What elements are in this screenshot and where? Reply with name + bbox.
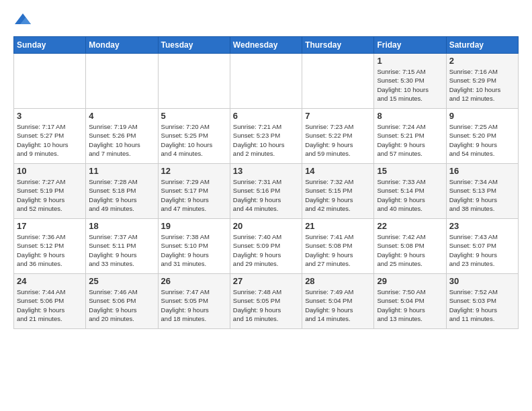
day-cell: 24Sunrise: 7:44 AM Sunset: 5:06 PM Dayli…	[14, 274, 86, 329]
day-cell: 6Sunrise: 7:21 AM Sunset: 5:23 PM Daylig…	[230, 109, 302, 164]
day-cell: 10Sunrise: 7:27 AM Sunset: 5:19 PM Dayli…	[14, 164, 86, 219]
day-cell: 18Sunrise: 7:37 AM Sunset: 5:11 PM Dayli…	[86, 219, 158, 274]
day-number: 21	[305, 221, 371, 231]
day-cell: 9Sunrise: 7:25 AM Sunset: 5:20 PM Daylig…	[446, 109, 518, 164]
day-info: Sunrise: 7:29 AM Sunset: 5:17 PM Dayligh…	[161, 177, 227, 213]
day-number: 5	[161, 111, 227, 121]
day-number: 13	[233, 166, 299, 176]
day-number: 3	[17, 111, 83, 121]
day-header-sunday: Sunday	[14, 37, 86, 54]
day-number: 2	[449, 56, 515, 66]
day-cell: 2Sunrise: 7:16 AM Sunset: 5:29 PM Daylig…	[446, 54, 518, 109]
day-number: 1	[377, 56, 443, 66]
day-number: 14	[305, 166, 371, 176]
day-number: 17	[17, 221, 83, 231]
day-cell: 14Sunrise: 7:32 AM Sunset: 5:15 PM Dayli…	[302, 164, 374, 219]
day-cell: 16Sunrise: 7:34 AM Sunset: 5:13 PM Dayli…	[446, 164, 518, 219]
calendar-page: SundayMondayTuesdayWednesdayThursdayFrid…	[0, 0, 532, 336]
day-number: 8	[377, 111, 443, 121]
day-cell: 1Sunrise: 7:15 AM Sunset: 5:30 PM Daylig…	[374, 54, 446, 109]
day-cell: 22Sunrise: 7:42 AM Sunset: 5:08 PM Dayli…	[374, 219, 446, 274]
day-header-tuesday: Tuesday	[158, 37, 230, 54]
day-cell: 15Sunrise: 7:33 AM Sunset: 5:14 PM Dayli…	[374, 164, 446, 219]
day-cell: 29Sunrise: 7:50 AM Sunset: 5:04 PM Dayli…	[374, 274, 446, 329]
day-number: 24	[17, 276, 83, 286]
week-row-1: 1Sunrise: 7:15 AM Sunset: 5:30 PM Daylig…	[14, 54, 519, 109]
day-header-friday: Friday	[374, 37, 446, 54]
day-cell: 11Sunrise: 7:28 AM Sunset: 5:18 PM Dayli…	[86, 164, 158, 219]
day-cell	[302, 54, 374, 109]
day-number: 20	[233, 221, 299, 231]
day-info: Sunrise: 7:49 AM Sunset: 5:04 PM Dayligh…	[305, 287, 371, 323]
day-cell: 30Sunrise: 7:52 AM Sunset: 5:03 PM Dayli…	[446, 274, 518, 329]
day-number: 25	[89, 276, 154, 286]
day-info: Sunrise: 7:38 AM Sunset: 5:10 PM Dayligh…	[161, 232, 227, 268]
day-cell: 7Sunrise: 7:23 AM Sunset: 5:22 PM Daylig…	[302, 109, 374, 164]
day-header-saturday: Saturday	[446, 37, 518, 54]
day-number: 29	[377, 276, 443, 286]
day-info: Sunrise: 7:41 AM Sunset: 5:08 PM Dayligh…	[305, 232, 371, 268]
day-number: 10	[17, 166, 83, 176]
day-number: 23	[449, 221, 515, 231]
day-info: Sunrise: 7:42 AM Sunset: 5:08 PM Dayligh…	[377, 232, 443, 268]
header	[13, 11, 519, 30]
day-info: Sunrise: 7:36 AM Sunset: 5:12 PM Dayligh…	[17, 232, 83, 268]
day-info: Sunrise: 7:37 AM Sunset: 5:11 PM Dayligh…	[89, 232, 154, 268]
day-cell	[86, 54, 158, 109]
day-cell: 19Sunrise: 7:38 AM Sunset: 5:10 PM Dayli…	[158, 219, 230, 274]
day-info: Sunrise: 7:48 AM Sunset: 5:05 PM Dayligh…	[233, 287, 299, 323]
day-cell: 23Sunrise: 7:43 AM Sunset: 5:07 PM Dayli…	[446, 219, 518, 274]
day-cell: 17Sunrise: 7:36 AM Sunset: 5:12 PM Dayli…	[14, 219, 86, 274]
day-cell: 13Sunrise: 7:31 AM Sunset: 5:16 PM Dayli…	[230, 164, 302, 219]
day-info: Sunrise: 7:28 AM Sunset: 5:18 PM Dayligh…	[89, 177, 154, 213]
day-info: Sunrise: 7:50 AM Sunset: 5:04 PM Dayligh…	[377, 287, 443, 323]
day-number: 26	[161, 276, 227, 286]
day-cell: 8Sunrise: 7:24 AM Sunset: 5:21 PM Daylig…	[374, 109, 446, 164]
day-number: 19	[161, 221, 227, 231]
calendar-table: SundayMondayTuesdayWednesdayThursdayFrid…	[13, 36, 519, 329]
day-number: 15	[377, 166, 443, 176]
day-info: Sunrise: 7:19 AM Sunset: 5:26 PM Dayligh…	[89, 122, 154, 158]
day-number: 9	[449, 111, 515, 121]
day-info: Sunrise: 7:43 AM Sunset: 5:07 PM Dayligh…	[449, 232, 515, 268]
day-info: Sunrise: 7:47 AM Sunset: 5:05 PM Dayligh…	[161, 287, 227, 323]
header-row: SundayMondayTuesdayWednesdayThursdayFrid…	[14, 37, 519, 54]
day-info: Sunrise: 7:23 AM Sunset: 5:22 PM Dayligh…	[305, 122, 371, 158]
day-info: Sunrise: 7:52 AM Sunset: 5:03 PM Dayligh…	[449, 287, 515, 323]
day-info: Sunrise: 7:15 AM Sunset: 5:30 PM Dayligh…	[377, 67, 443, 103]
day-info: Sunrise: 7:17 AM Sunset: 5:27 PM Dayligh…	[17, 122, 83, 158]
day-info: Sunrise: 7:25 AM Sunset: 5:20 PM Dayligh…	[449, 122, 515, 158]
day-header-monday: Monday	[86, 37, 158, 54]
day-number: 16	[449, 166, 515, 176]
day-info: Sunrise: 7:20 AM Sunset: 5:25 PM Dayligh…	[161, 122, 227, 158]
week-row-4: 17Sunrise: 7:36 AM Sunset: 5:12 PM Dayli…	[14, 219, 519, 274]
day-cell: 26Sunrise: 7:47 AM Sunset: 5:05 PM Dayli…	[158, 274, 230, 329]
day-number: 7	[305, 111, 371, 121]
day-info: Sunrise: 7:44 AM Sunset: 5:06 PM Dayligh…	[17, 287, 83, 323]
day-cell: 3Sunrise: 7:17 AM Sunset: 5:27 PM Daylig…	[14, 109, 86, 164]
week-row-2: 3Sunrise: 7:17 AM Sunset: 5:27 PM Daylig…	[14, 109, 519, 164]
day-cell: 4Sunrise: 7:19 AM Sunset: 5:26 PM Daylig…	[86, 109, 158, 164]
day-cell	[14, 54, 86, 109]
day-cell: 20Sunrise: 7:40 AM Sunset: 5:09 PM Dayli…	[230, 219, 302, 274]
day-number: 30	[449, 276, 515, 286]
day-info: Sunrise: 7:32 AM Sunset: 5:15 PM Dayligh…	[305, 177, 371, 213]
day-header-thursday: Thursday	[302, 37, 374, 54]
day-info: Sunrise: 7:24 AM Sunset: 5:21 PM Dayligh…	[377, 122, 443, 158]
day-info: Sunrise: 7:46 AM Sunset: 5:06 PM Dayligh…	[89, 287, 154, 323]
day-cell: 5Sunrise: 7:20 AM Sunset: 5:25 PM Daylig…	[158, 109, 230, 164]
day-info: Sunrise: 7:21 AM Sunset: 5:23 PM Dayligh…	[233, 122, 299, 158]
day-cell	[230, 54, 302, 109]
day-cell: 25Sunrise: 7:46 AM Sunset: 5:06 PM Dayli…	[86, 274, 158, 329]
day-cell: 21Sunrise: 7:41 AM Sunset: 5:08 PM Dayli…	[302, 219, 374, 274]
day-header-wednesday: Wednesday	[230, 37, 302, 54]
day-info: Sunrise: 7:40 AM Sunset: 5:09 PM Dayligh…	[233, 232, 299, 268]
day-cell: 27Sunrise: 7:48 AM Sunset: 5:05 PM Dayli…	[230, 274, 302, 329]
day-number: 27	[233, 276, 299, 286]
day-number: 11	[89, 166, 154, 176]
day-number: 12	[161, 166, 227, 176]
day-number: 22	[377, 221, 443, 231]
logo-icon	[13, 11, 32, 30]
day-cell	[158, 54, 230, 109]
day-info: Sunrise: 7:34 AM Sunset: 5:13 PM Dayligh…	[449, 177, 515, 213]
